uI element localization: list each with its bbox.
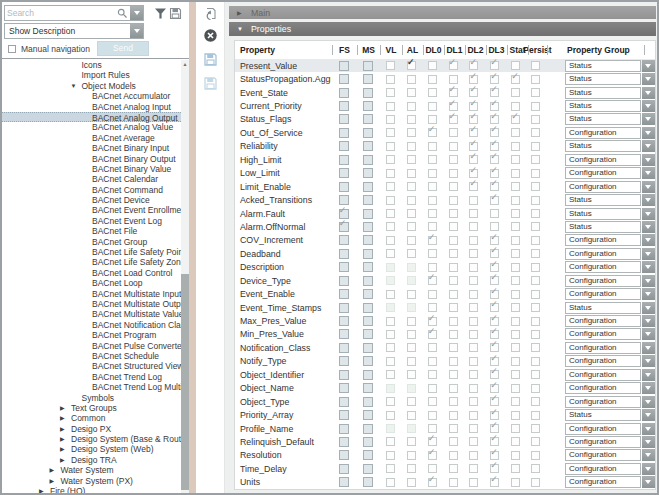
dl3-checkbox[interactable]: ✓	[490, 290, 499, 299]
dl0-checkbox[interactable]	[428, 196, 437, 205]
persist-checkbox[interactable]	[531, 276, 540, 285]
fs-checkbox[interactable]	[339, 370, 349, 380]
persist-checkbox[interactable]	[531, 128, 540, 137]
dl3-checkbox[interactable]: ✓	[490, 317, 499, 326]
dl1-checkbox[interactable]	[449, 424, 458, 433]
ms-checkbox[interactable]	[363, 61, 373, 71]
property-row-object-name[interactable]: Object_Name✓Configuration	[235, 382, 655, 395]
filter-icon[interactable]	[154, 7, 167, 20]
ms-checkbox[interactable]	[363, 128, 373, 138]
property-group-dropdown-button[interactable]	[642, 87, 655, 99]
property-row-cov-increment[interactable]: COV_Increment✓✓Configuration	[235, 234, 655, 247]
dl0-checkbox[interactable]: ✓	[428, 478, 437, 487]
al-checkbox[interactable]	[407, 290, 416, 299]
dl0-checkbox[interactable]	[428, 102, 437, 111]
chevron-down-icon[interactable]: ▼	[71, 81, 82, 91]
stat-checkbox[interactable]	[511, 222, 520, 231]
tree-item-bacnet-load-control[interactable]: BACnet Load Control	[2, 268, 181, 278]
tree-item-bacnet-group[interactable]: BACnet Group	[2, 237, 181, 247]
vl-checkbox[interactable]	[386, 478, 395, 487]
stat-checkbox[interactable]	[511, 263, 520, 272]
vl-checkbox[interactable]	[386, 464, 395, 473]
ms-checkbox[interactable]	[363, 235, 373, 245]
vl-checkbox[interactable]	[386, 209, 395, 218]
dl3-checkbox[interactable]: ✓	[490, 249, 499, 258]
ms-checkbox[interactable]	[363, 88, 373, 98]
property-row-units[interactable]: Units✓✓Configuration	[235, 476, 655, 489]
al-checkbox[interactable]	[407, 222, 416, 231]
tree-item-object-models[interactable]: ▼Object Models	[2, 81, 181, 91]
dl1-checkbox[interactable]	[449, 343, 458, 352]
property-group-select[interactable]: Configuration	[565, 423, 655, 435]
chevron-right-icon[interactable]: ▶	[60, 455, 71, 465]
property-group-select[interactable]: Configuration	[565, 234, 655, 246]
property-group-select[interactable]: Status	[565, 113, 655, 125]
stat-checkbox[interactable]	[511, 61, 520, 70]
chevron-right-icon[interactable]: ▶	[50, 476, 61, 486]
tree-item-water-system[interactable]: ▶Water System	[2, 465, 181, 475]
dl1-checkbox[interactable]	[449, 75, 458, 84]
ms-checkbox[interactable]	[363, 383, 373, 393]
vl-checkbox[interactable]	[386, 384, 395, 393]
persist-checkbox[interactable]	[531, 196, 540, 205]
dl2-checkbox[interactable]	[469, 478, 478, 487]
stat-checkbox[interactable]	[511, 88, 520, 97]
fs-checkbox[interactable]	[339, 303, 349, 313]
chevron-right-icon[interactable]: ▶	[60, 413, 71, 423]
dl0-checkbox[interactable]	[428, 397, 437, 406]
vl-checkbox[interactable]	[386, 61, 395, 70]
al-checkbox[interactable]	[407, 209, 416, 218]
property-row-device-type[interactable]: Device_Type✓✓Configuration	[235, 274, 655, 287]
persist-checkbox[interactable]	[531, 384, 540, 393]
dl3-checkbox[interactable]: ✓	[490, 142, 499, 151]
ms-checkbox[interactable]	[363, 289, 373, 299]
scrollbar-thumb[interactable]	[181, 274, 189, 490]
tree-item-bacnet-multistate-input[interactable]: BACnet Multistate Input	[2, 289, 181, 299]
ms-checkbox[interactable]	[363, 356, 373, 366]
property-group-select[interactable]: Configuration	[565, 328, 655, 340]
dl0-checkbox[interactable]	[428, 357, 437, 366]
persist-checkbox[interactable]	[531, 437, 540, 446]
property-group-dropdown-button[interactable]	[642, 449, 655, 461]
property-row-time-delay[interactable]: Time_Delay✓Configuration	[235, 462, 655, 475]
dl2-checkbox[interactable]	[469, 330, 478, 339]
tree-item-bacnet-binary-output[interactable]: BACnet Binary Output	[2, 154, 181, 164]
vl-checkbox[interactable]	[386, 196, 395, 205]
dl2-checkbox[interactable]	[469, 196, 478, 205]
dl0-checkbox[interactable]	[428, 411, 437, 420]
ms-checkbox[interactable]	[363, 276, 373, 286]
tree-item-bacnet-analog-value[interactable]: BACnet Analog Value	[2, 122, 181, 132]
dl1-checkbox[interactable]	[449, 222, 458, 231]
vl-checkbox[interactable]	[386, 424, 395, 433]
property-group-select[interactable]: Configuration	[565, 154, 655, 166]
column-header-property[interactable]: Property	[235, 45, 332, 55]
dl3-checkbox[interactable]: ✓	[490, 478, 499, 487]
dl3-checkbox[interactable]: ✓	[490, 102, 499, 111]
property-row-notification-class[interactable]: Notification_Class✓Configuration	[235, 341, 655, 354]
al-checkbox[interactable]	[407, 263, 416, 272]
dl1-checkbox[interactable]: ✓	[449, 61, 458, 70]
property-group-dropdown-button[interactable]	[642, 194, 655, 206]
tree-item-bacnet-trend-log-multiple[interactable]: BACnet Trend Log Multiple	[2, 382, 181, 392]
al-checkbox[interactable]	[407, 155, 416, 164]
al-checkbox[interactable]	[407, 397, 416, 406]
vl-checkbox[interactable]	[386, 397, 395, 406]
dl2-checkbox[interactable]: ✓	[469, 75, 478, 84]
persist-checkbox[interactable]	[531, 478, 540, 487]
dl2-checkbox[interactable]	[469, 290, 478, 299]
tree-scrollbar[interactable]: ▲	[181, 60, 189, 493]
stat-checkbox[interactable]	[511, 128, 520, 137]
dl0-checkbox[interactable]	[428, 343, 437, 352]
dl1-checkbox[interactable]	[449, 464, 458, 473]
stat-checkbox[interactable]	[511, 249, 520, 258]
persist-checkbox[interactable]	[531, 88, 540, 97]
tree-item-common[interactable]: ▶Common	[2, 413, 181, 423]
fs-checkbox[interactable]	[339, 101, 349, 111]
property-row-current-priority[interactable]: Current_Priority✓✓✓Status	[235, 99, 655, 112]
vl-checkbox[interactable]	[386, 263, 395, 272]
dl1-checkbox[interactable]	[449, 169, 458, 178]
vl-checkbox[interactable]	[386, 317, 395, 326]
dl3-checkbox[interactable]: ✓	[490, 276, 499, 285]
persist-checkbox[interactable]	[531, 464, 540, 473]
dl2-checkbox[interactable]: ✓	[469, 142, 478, 151]
